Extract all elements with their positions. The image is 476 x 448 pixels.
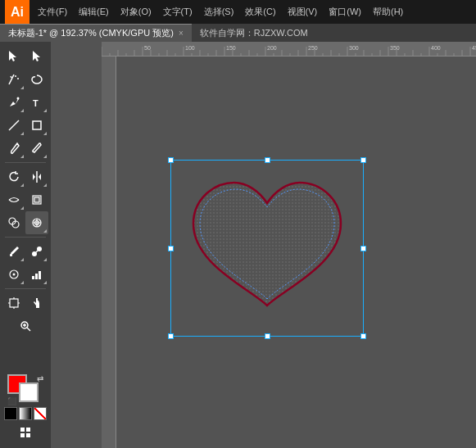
color-section: ⇄ ⬛ [0, 371, 51, 445]
paintbrush-tool[interactable] [2, 137, 25, 160]
active-tab[interactable]: 未标题-1* @ 192.37% (CMYK/GPU 预览) × [0, 24, 192, 42]
svg-text:400: 400 [431, 45, 441, 51]
title-bar: Ai 文件(F) 编辑(E) 对象(O) 文字(T) 选择(S) 效果(C) 视… [0, 0, 476, 24]
menu-effect[interactable]: 效果(C) [240, 4, 280, 20]
tab-label: 未标题-1* @ 192.37% (CMYK/GPU 预览) [8, 27, 174, 39]
toolbar: T [0, 42, 51, 448]
gradient-color-button[interactable] [19, 407, 32, 420]
svg-line-8 [9, 120, 19, 130]
svg-line-34 [27, 328, 30, 331]
heart-shape[interactable] [177, 166, 357, 330]
svg-marker-0 [9, 51, 16, 61]
zoom-tool[interactable] [14, 315, 37, 337]
tool-row-1 [0, 45, 51, 68]
heart-svg [177, 166, 357, 330]
svg-text:200: 200 [267, 45, 277, 51]
mirror-tool[interactable] [25, 165, 48, 188]
resize-handle-tl[interactable] [168, 157, 174, 163]
menu-help[interactable]: 帮助(H) [368, 4, 408, 20]
perspective-grid-tool[interactable] [25, 211, 48, 234]
svg-text:350: 350 [390, 45, 400, 51]
svg-rect-41 [102, 42, 476, 57]
stroke-color[interactable] [19, 382, 39, 402]
default-colors-icon[interactable]: ⬛ [7, 397, 16, 405]
canvas-area[interactable]: // Will be generated by JS below 5010015… [51, 42, 476, 448]
direct-selection-tool[interactable] [25, 45, 48, 68]
svg-line-2 [9, 75, 14, 84]
menu-file[interactable]: 文件(F) [33, 4, 72, 20]
color-boxes: ⇄ ⬛ [7, 374, 43, 405]
rotate-tool[interactable] [2, 165, 25, 188]
svg-text:250: 250 [308, 45, 318, 51]
svg-rect-39 [20, 433, 25, 437]
menu-view[interactable]: 视图(V) [283, 4, 323, 20]
color-type-row [4, 407, 47, 420]
svg-rect-14 [34, 197, 39, 202]
svg-point-6 [17, 97, 20, 100]
svg-rect-9 [33, 121, 41, 129]
menu-object[interactable]: 对象(O) [116, 4, 156, 20]
svg-rect-25 [32, 276, 34, 279]
main-area: T [0, 42, 476, 448]
tab-bar: 未标题-1* @ 192.37% (CMYK/GPU 预览) × 软件自学网：R… [0, 24, 476, 42]
svg-rect-19 [10, 254, 12, 256]
tool-row-9 [0, 240, 51, 263]
svg-rect-38 [26, 428, 30, 432]
menu-bar: 文件(F) 编辑(E) 对象(O) 文字(T) 选择(S) 效果(C) 视图(V… [33, 4, 471, 20]
svg-text:100: 100 [185, 45, 195, 51]
lasso-tool[interactable] [25, 68, 48, 91]
tab-close-button[interactable]: × [179, 29, 184, 38]
tool-row-8 [0, 211, 51, 234]
change-screen-mode[interactable] [16, 423, 34, 441]
pencil-tool[interactable] [25, 137, 48, 160]
svg-rect-40 [26, 433, 30, 437]
line-tool[interactable] [2, 114, 25, 137]
resize-handle-br[interactable] [360, 333, 366, 339]
type-tool[interactable]: T [25, 91, 48, 114]
tool-row-4 [0, 114, 51, 137]
svg-line-22 [36, 251, 38, 252]
svg-marker-12 [39, 174, 41, 180]
menu-window[interactable]: 窗口(W) [324, 4, 366, 20]
free-transform-tool[interactable] [25, 188, 48, 211]
bottom-tools [16, 423, 34, 441]
svg-marker-1 [33, 51, 40, 61]
width-tool[interactable] [2, 188, 25, 211]
hand-tool[interactable] [25, 292, 48, 315]
tab-right-info: 软件自学网：RJZXW.COM [192, 27, 316, 39]
shape-builder-tool[interactable] [2, 211, 25, 234]
resize-handle-bc[interactable] [265, 333, 270, 339]
magic-wand-tool[interactable] [2, 68, 25, 91]
menu-select[interactable]: 选择(S) [199, 4, 239, 20]
svg-rect-27 [39, 271, 41, 279]
svg-point-24 [13, 274, 16, 276]
svg-text:150: 150 [226, 45, 236, 51]
svg-rect-28 [10, 299, 18, 307]
graph-tool[interactable] [25, 263, 48, 286]
swap-colors-icon[interactable]: ⇄ [37, 374, 43, 383]
menu-type[interactable]: 文字(T) [158, 4, 197, 20]
tool-row-7 [0, 188, 51, 211]
eyedropper-tool[interactable] [2, 240, 25, 263]
resize-handle-mr[interactable] [360, 246, 366, 251]
svg-marker-11 [33, 174, 35, 180]
menu-edit[interactable]: 编辑(E) [74, 4, 114, 20]
resize-handle-tr[interactable] [360, 157, 366, 163]
blend-tool[interactable] [25, 240, 48, 263]
app-logo: Ai [5, 0, 29, 24]
tool-row-2 [0, 68, 51, 91]
artboard-tool[interactable] [2, 292, 25, 315]
no-color-button[interactable] [34, 407, 47, 420]
resize-handle-tc[interactable] [265, 157, 270, 163]
rectangle-tool[interactable] [25, 114, 48, 137]
solid-color-button[interactable] [4, 407, 17, 420]
tool-row-3: T [0, 91, 51, 114]
symbol-tool[interactable] [2, 263, 25, 286]
svg-text:50: 50 [144, 45, 151, 51]
selection-tool[interactable] [2, 45, 25, 68]
tool-row-11 [0, 292, 51, 315]
svg-line-3 [11, 76, 11, 78]
pen-tool[interactable] [2, 91, 25, 114]
resize-handle-ml[interactable] [168, 246, 174, 251]
resize-handle-bl[interactable] [168, 333, 174, 339]
